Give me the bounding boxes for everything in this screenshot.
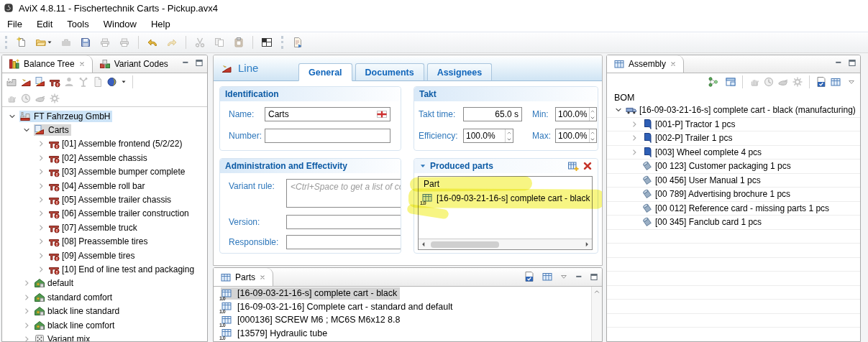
scroll-up-icon[interactable]	[593, 288, 600, 295]
number-field[interactable]	[265, 129, 390, 143]
efficiency-stepper[interactable]	[463, 129, 513, 143]
bom-row[interactable]: [003] Wheel complete 4 pcs	[607, 146, 860, 160]
tree-item-station[interactable]: [05] Assemble trailer chassis	[2, 193, 207, 206]
tab-assembly[interactable]: Assembly	[607, 55, 684, 73]
chevron-right-icon[interactable]	[37, 182, 45, 190]
maximize-icon[interactable]	[195, 58, 204, 67]
maximize-icon[interactable]	[848, 58, 856, 67]
part-list-item[interactable]	[214, 340, 591, 341]
spin-up-icon[interactable]	[590, 130, 595, 136]
chevron-right-icon[interactable]	[22, 321, 31, 330]
responsible-field[interactable]	[286, 235, 401, 249]
tab-parts[interactable]: Parts	[214, 268, 273, 286]
chevron-right-icon[interactable]	[37, 167, 45, 176]
minimize-icon[interactable]	[181, 58, 190, 67]
tab-general[interactable]: General	[298, 63, 352, 81]
bom-root-row[interactable]: [16-09-03-21-16-s] complete cart - black…	[607, 103, 860, 118]
tree-item-station[interactable]: [07] Assemble truck	[2, 221, 207, 234]
tree-item-variant[interactable]: default	[2, 277, 207, 290]
open-file-icon[interactable]	[35, 37, 47, 48]
chevron-right-icon[interactable]	[630, 120, 639, 129]
takt-time-field[interactable]	[463, 107, 522, 121]
tab-documents[interactable]: Documents	[355, 63, 424, 81]
chevron-down-icon[interactable]	[614, 106, 623, 114]
chevron-right-icon[interactable]	[37, 209, 45, 218]
tab-assignees[interactable]: Assignees	[427, 63, 493, 81]
chevron-right-icon[interactable]	[630, 148, 639, 157]
scroll-left-icon[interactable]	[420, 241, 427, 248]
tree-item-station[interactable]: [09] Assemble tires	[2, 249, 207, 262]
spin-down-icon[interactable]	[506, 137, 512, 142]
part-list-item[interactable]: 1.0 [000136] SCREW M6 ; MC6S M6x12 8.8	[214, 313, 591, 327]
bom-row[interactable]: [001-P] Tractor 1 pcs	[607, 118, 860, 132]
view-menu-icon[interactable]	[559, 272, 568, 281]
tab-variant-codes[interactable]: Variant Codes	[93, 55, 175, 73]
chevron-right-icon[interactable]	[37, 223, 45, 232]
open-file-dropdown-icon[interactable]	[47, 40, 52, 45]
maximize-icon[interactable]	[590, 272, 598, 281]
close-icon[interactable]	[670, 60, 677, 68]
part-list-item[interactable]: 1.0 [16-09-03-21-16] Complete cart - sta…	[214, 300, 591, 314]
max-stepper[interactable]	[555, 129, 597, 143]
parts-view-icon[interactable]	[830, 76, 841, 88]
chevron-right-icon[interactable]	[37, 237, 45, 246]
chevron-right-icon[interactable]	[37, 139, 45, 148]
horizontal-scrollbar[interactable]	[419, 239, 592, 249]
tree-item-carts[interactable]: Carts	[2, 123, 207, 137]
save-icon[interactable]	[80, 37, 91, 48]
variant-dropdown-icon[interactable]	[121, 79, 127, 85]
report-icon[interactable]	[292, 37, 303, 48]
bom-row[interactable]: [00 789] Advertising brochure 1 pcs	[607, 188, 860, 202]
chevron-down-icon[interactable]	[8, 112, 17, 121]
tree-item-station[interactable]: [08] Preassemble tires	[2, 235, 207, 249]
bom-row[interactable]: [00 345] Fanclub card 1 pcs	[607, 216, 860, 230]
validate-icon[interactable]	[816, 76, 827, 88]
chevron-right-icon[interactable]	[22, 335, 31, 342]
tree-item-variant[interactable]: black line standard	[2, 304, 207, 318]
tab-balance-tree[interactable]: Balance Tree	[2, 55, 93, 73]
chevron-right-icon[interactable]	[22, 307, 31, 315]
menu-help[interactable]: Help	[144, 17, 178, 31]
undo-icon[interactable]	[147, 37, 158, 48]
min-stepper[interactable]	[555, 107, 597, 121]
tree-item-station[interactable]: [10] End of line test and packaging	[2, 262, 207, 276]
collapse-icon[interactable]	[419, 162, 426, 170]
tree-item-variant-mix[interactable]: Variant mix	[2, 332, 207, 342]
part-list-item[interactable]: 1.0 [13579] Hydraulic tube	[214, 327, 591, 341]
produced-part-row[interactable]: 1.0 [16-09-03-21-16-s] complete cart - b…	[421, 192, 590, 204]
menu-window[interactable]: Window	[96, 17, 144, 31]
minimize-icon[interactable]	[834, 58, 843, 67]
add-ramp-icon[interactable]	[35, 76, 46, 88]
chevron-right-icon[interactable]	[37, 251, 45, 260]
toolbar-grip[interactable]	[281, 36, 283, 49]
bom-row[interactable]: [00 123] Customer packaging 1 pcs	[607, 160, 860, 174]
chevron-right-icon[interactable]	[37, 265, 45, 274]
tree-item-station[interactable]: [03] Assemble bumper complete	[2, 165, 207, 179]
spin-up-icon[interactable]	[506, 130, 512, 136]
tree-item-variant[interactable]: black line comfort	[2, 318, 207, 332]
chevron-right-icon[interactable]	[22, 279, 31, 287]
name-field[interactable]: Carts	[265, 107, 390, 121]
new-file-icon[interactable]	[16, 37, 27, 48]
vertical-scrollbar[interactable]	[591, 287, 602, 341]
hierarchy-icon[interactable]	[708, 76, 719, 88]
remove-part-icon[interactable]	[583, 161, 593, 171]
add-part-icon[interactable]	[567, 160, 579, 172]
close-icon[interactable]	[259, 274, 266, 281]
tree-item-station[interactable]: [02] Assemble chassis	[2, 151, 207, 165]
tree-item-company[interactable]: FT Fahrzeug GmbH	[2, 109, 207, 123]
scroll-right-icon[interactable]	[583, 241, 590, 248]
tree-item-station[interactable]: [04] Assemble roll bar	[2, 179, 207, 193]
chevron-right-icon[interactable]	[37, 154, 45, 162]
menu-tools[interactable]: Tools	[60, 17, 96, 31]
variant-globe-icon[interactable]	[106, 76, 118, 88]
close-icon[interactable]	[78, 60, 86, 68]
table-view-icon[interactable]	[725, 76, 736, 88]
scrollbar-thumb[interactable]	[431, 241, 499, 248]
spin-up-icon[interactable]	[590, 108, 595, 114]
minimize-icon[interactable]	[575, 272, 583, 281]
menu-file[interactable]: File	[0, 17, 29, 31]
validate-icon[interactable]	[524, 271, 535, 282]
variant-rule-field[interactable]: <Ctrl+Space to get a list of co	[286, 179, 401, 208]
spin-down-icon[interactable]	[590, 137, 595, 142]
